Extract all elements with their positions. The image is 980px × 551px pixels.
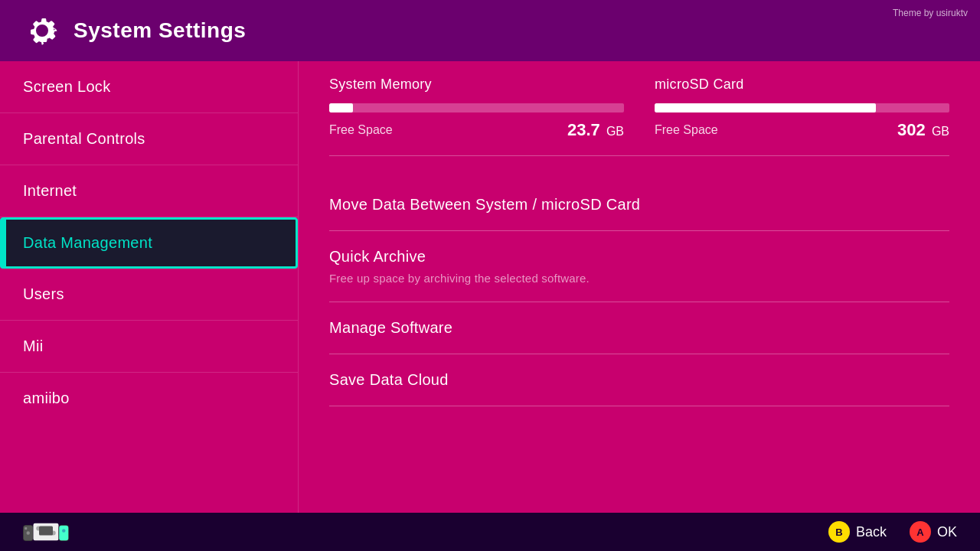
sidebar-item-data-management[interactable]: Data Management [0,217,298,269]
system-memory-bar-fill [329,103,353,112]
svg-rect-9 [59,526,68,541]
microsd-free-value: 302 GB [897,120,949,140]
gear-icon [23,11,61,50]
system-memory-value: 23.7 GB [567,120,624,140]
menu-item-move-data[interactable]: Move Data Between System / microSD Card [329,179,949,231]
sidebar-item-screen-lock[interactable]: Screen Lock [0,61,298,113]
ok-label: OK [937,524,957,540]
microsd-title: microSD Card [655,77,949,93]
back-button[interactable]: B Back [828,521,887,543]
system-memory-bar-bg [329,103,624,112]
controller-icon [23,520,69,544]
system-memory-info: Free Space 23.7 GB [329,120,624,140]
menu-item-quick-archive[interactable]: Quick Archive Free up space by archiving… [329,231,949,302]
microsd-card: microSD Card Free Space 302 GB [655,77,949,140]
sidebar-item-users[interactable]: Users [0,269,298,321]
svg-point-3 [27,531,31,535]
controller-svg [23,520,69,544]
app-title: System Settings [74,18,246,43]
bottom-buttons: B Back A OK [828,521,957,543]
system-memory-label: Free Space [329,123,393,137]
sidebar: Screen Lock Parental Controls Internet D… [0,61,299,513]
ok-button[interactable]: A OK [910,521,957,543]
storage-section: System Memory Free Space 23.7 GB microSD… [329,77,949,156]
system-memory-title: System Memory [329,77,624,93]
svg-point-10 [62,529,66,533]
menu-item-manage-software[interactable]: Manage Software [329,302,949,354]
sidebar-item-mii[interactable]: Mii [0,321,298,373]
microsd-bar-bg [655,103,949,112]
sidebar-item-amiibo[interactable]: amiibo [0,373,298,424]
a-button-icon: A [910,521,931,543]
b-button-icon: B [828,521,850,543]
microsd-bar-fill [655,103,876,112]
svg-rect-2 [24,527,27,530]
back-label: Back [856,524,887,540]
menu-item-save-data-cloud[interactable]: Save Data Cloud [329,354,949,406]
bottom-bar: B Back A OK [0,513,980,551]
svg-rect-7 [39,527,53,536]
microsd-info: Free Space 302 GB [655,120,949,140]
microsd-free-label: Free Space [655,123,718,137]
right-panel: System Memory Free Space 23.7 GB microSD… [299,61,980,513]
system-memory-card: System Memory Free Space 23.7 GB [329,77,624,140]
top-bar: System Settings Theme by usiruktv [0,0,980,61]
sidebar-item-internet[interactable]: Internet [0,165,298,217]
main-content: Screen Lock Parental Controls Internet D… [0,61,980,513]
sidebar-item-parental-controls[interactable]: Parental Controls [0,113,298,165]
theme-credit: Theme by usiruktv [893,8,968,18]
